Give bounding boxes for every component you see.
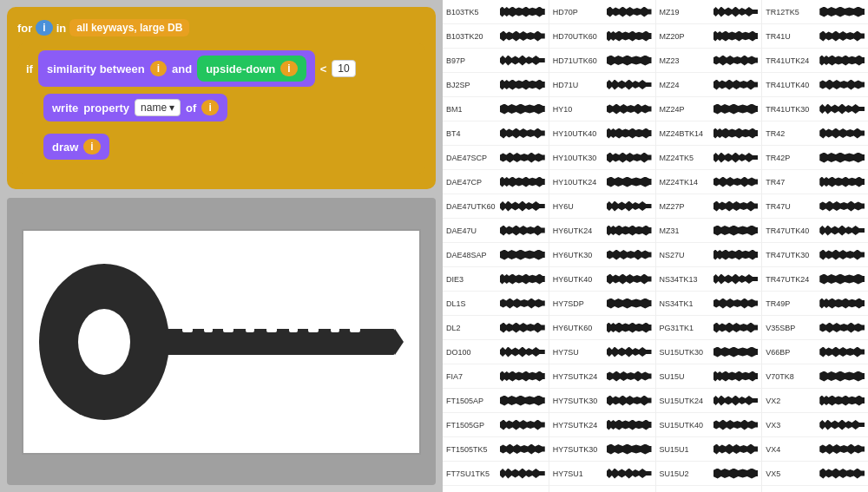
list-item[interactable]: DL2	[443, 316, 549, 340]
db-selector[interactable]: all keyways, large DB	[69, 19, 189, 36]
list-item[interactable]: HY6UTK30	[549, 243, 655, 267]
list-item[interactable]: TR42	[762, 121, 868, 146]
list-item[interactable]: PG31TK1	[656, 316, 762, 340]
list-item[interactable]: TR47UTK30	[762, 243, 868, 267]
list-item[interactable]: SU15UTK24	[656, 389, 762, 413]
list-item[interactable]: MZ24P	[656, 97, 762, 121]
list-item[interactable]: TR42P	[762, 146, 868, 170]
list-item[interactable]: FIA7	[443, 364, 549, 389]
list-item[interactable]: HY10UTK30	[549, 146, 655, 170]
list-item[interactable]: HY6U	[549, 194, 655, 219]
list-item[interactable]: HY7SUTK30	[549, 389, 655, 413]
list-item[interactable]: BM1	[443, 97, 549, 121]
list-item[interactable]: TR41U	[762, 24, 868, 49]
list-item[interactable]: HY7SUTK30	[549, 437, 655, 462]
list-item[interactable]: MZ24BTK14	[656, 121, 762, 146]
list-item[interactable]: MZ27P	[656, 194, 762, 219]
list-item[interactable]: HY7SU	[549, 340, 655, 364]
key-item-label: FT7SU1TK5	[446, 469, 500, 478]
list-item[interactable]: HY6UTK60	[549, 316, 655, 340]
list-item[interactable]: V35SBP	[762, 316, 868, 340]
list-item[interactable]: HY7SUTK24	[549, 413, 655, 437]
list-item[interactable]: DIE3	[443, 267, 549, 292]
list-item[interactable]: TR47	[762, 170, 868, 194]
list-item[interactable]: B103TK5	[443, 0, 549, 24]
list-item[interactable]: SU15U	[656, 364, 762, 389]
key-silhouette	[713, 128, 759, 139]
list-item[interactable]: V66BP	[762, 340, 868, 364]
list-item[interactable]: SU15UTK40	[656, 413, 762, 437]
list-item[interactable]: VX4	[762, 437, 868, 462]
list-item[interactable]: MZ31	[656, 219, 762, 243]
list-item[interactable]: NS34TK1	[656, 292, 762, 316]
key-silhouette	[500, 274, 545, 285]
list-item[interactable]: HY7SU1	[549, 462, 655, 486]
list-item[interactable]: FT1505AP	[443, 389, 549, 413]
list-item[interactable]: TR12TK5	[762, 0, 868, 24]
list-item[interactable]: MZ19	[656, 0, 762, 24]
list-item[interactable]: BJ2SP	[443, 73, 549, 97]
list-item[interactable]: HD70P	[549, 0, 655, 24]
list-item[interactable]: HY7SUTK24	[549, 364, 655, 389]
list-item[interactable]: DAE47U	[443, 219, 549, 243]
list-item[interactable]: TR47U	[762, 194, 868, 219]
list-item[interactable]: TR41UTK40	[762, 73, 868, 97]
list-item[interactable]: MZ24	[656, 73, 762, 97]
list-item[interactable]: DAE47SCP	[443, 146, 549, 170]
i-variable-5[interactable]: i	[83, 139, 100, 154]
list-item[interactable]: HY10UTK24	[549, 170, 655, 194]
list-item[interactable]: VX2	[762, 389, 868, 413]
list-item[interactable]: MZ23	[656, 49, 762, 73]
i-variable-4[interactable]: i	[201, 100, 218, 115]
key-silhouette	[713, 371, 759, 382]
i-variable-2[interactable]: i	[150, 61, 167, 76]
list-item[interactable]: HY6UTK24	[549, 219, 655, 243]
list-item[interactable]: MZ24TK14	[656, 170, 762, 194]
list-item[interactable]: TR47UTK40	[762, 219, 868, 243]
list-item[interactable]: DO100	[443, 340, 549, 364]
key-shape	[500, 296, 545, 312]
list-item[interactable]: VX3	[762, 413, 868, 437]
list-item[interactable]: SU15U1	[656, 437, 762, 462]
list-item[interactable]: FT7SU1TK5	[443, 462, 549, 486]
key-item-label: TR47UTK24	[766, 275, 819, 284]
list-item[interactable]: HD70UTK60	[549, 24, 655, 49]
key-silhouette	[500, 347, 545, 358]
list-item[interactable]: BT4	[443, 121, 549, 146]
list-item[interactable]: HY10	[549, 97, 655, 121]
list-item[interactable]: B103TK20	[443, 24, 549, 49]
property-select[interactable]: name ▾	[135, 99, 181, 116]
list-item[interactable]: DL1S	[443, 292, 549, 316]
list-item[interactable]: HD71U	[549, 73, 655, 97]
key-item-label: B97P	[446, 56, 500, 65]
list-item[interactable]: NS34TK13	[656, 267, 762, 292]
i-variable-1[interactable]: i	[36, 20, 52, 36]
key-silhouette	[713, 226, 759, 236]
list-item[interactable]: FT1505GP	[443, 413, 549, 437]
list-item[interactable]: VX5	[762, 462, 868, 486]
list-item[interactable]: DAE47UTK60	[443, 194, 549, 219]
i-variable-3[interactable]: i	[280, 61, 297, 76]
list-item[interactable]: TR49P	[762, 292, 868, 316]
list-item[interactable]: HY10UTK40	[549, 121, 655, 146]
key-shape	[819, 344, 865, 360]
list-item[interactable]: SU15U2	[656, 462, 762, 486]
list-item[interactable]: B97P	[443, 49, 549, 73]
threshold-input[interactable]: 10	[332, 60, 355, 77]
list-item[interactable]: V70TK8	[762, 364, 868, 389]
list-item[interactable]: SU15UTK30	[656, 340, 762, 364]
list-item[interactable]: TR41UTK24	[762, 49, 868, 73]
list-item[interactable]: FT1505TK5	[443, 437, 549, 462]
list-item[interactable]: MZ20P	[656, 24, 762, 49]
key-shape	[607, 150, 652, 166]
key-item-label: HD71UTK60	[553, 56, 607, 65]
list-item[interactable]: HY7SDP	[549, 292, 655, 316]
list-item[interactable]: DAE47CP	[443, 170, 549, 194]
list-item[interactable]: HY6UTK40	[549, 267, 655, 292]
list-item[interactable]: NS27U	[656, 243, 762, 267]
list-item[interactable]: DAE48SAP	[443, 243, 549, 267]
list-item[interactable]: HD71UTK60	[549, 49, 655, 73]
list-item[interactable]: TR41UTK30	[762, 97, 868, 121]
list-item[interactable]: MZ24TK5	[656, 146, 762, 170]
list-item[interactable]: TR47UTK24	[762, 267, 868, 292]
